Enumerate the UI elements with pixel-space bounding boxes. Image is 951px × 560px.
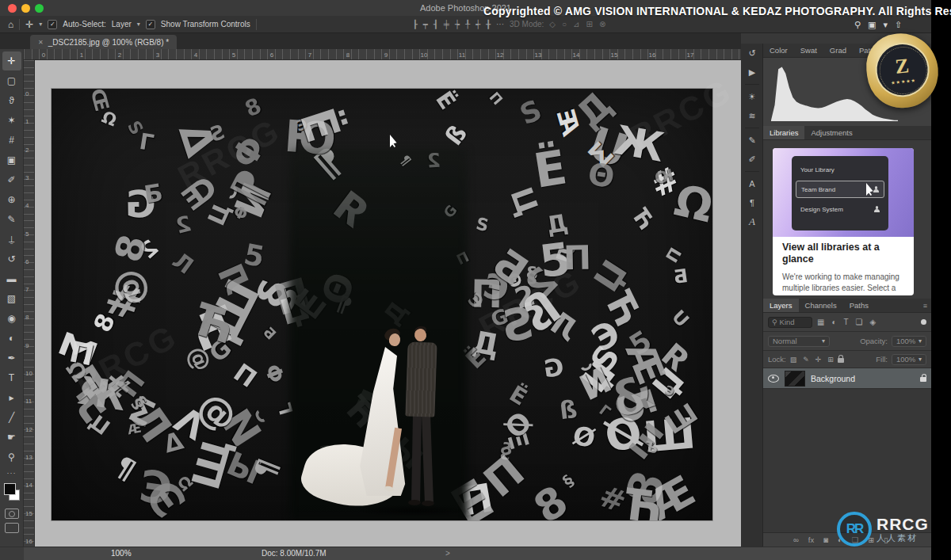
status-chevron-icon[interactable]: > [445,549,450,558]
tab-libraries[interactable]: Libraries [763,126,804,139]
type-tool[interactable]: T [2,368,21,387]
tab-paths[interactable]: Paths [843,299,875,312]
align-icon[interactable]: ┾ [455,20,460,29]
crop-tool[interactable]: # [2,131,21,150]
edit-toolbar-icon[interactable]: ··· [0,469,23,477]
filter-pixel-layers-icon[interactable]: ▦ [817,318,824,326]
line-shape-tool[interactable]: ╱ [2,408,21,427]
chevron-down-icon[interactable]: ▾ [137,21,140,28]
move-tool[interactable]: ✛ [2,51,21,70]
mode-icon[interactable]: ⊗ [599,20,605,29]
quick-mask-icon[interactable] [5,509,19,519]
tab-swat[interactable]: Swat [794,44,823,57]
mode-icon[interactable]: ⊿ [573,20,579,29]
layer-thumbnail[interactable] [785,371,805,387]
blend-mode-select[interactable]: Normal ▾ [768,336,830,347]
align-icon[interactable]: ╪ [444,20,449,29]
layer-search-field[interactable]: ⚲ Kind [768,317,812,328]
quick-selection-tool[interactable]: ✶ [2,111,21,130]
lock-transparent-pixels-icon[interactable]: ▨ [790,356,797,364]
gradient-tool[interactable]: ▧ [2,289,21,308]
foreground-color-swatch[interactable] [4,483,16,495]
actions-panel-icon[interactable]: ▶ [741,63,763,82]
align-icon[interactable]: ┠ [413,20,418,29]
frame-tool[interactable]: ▣ [2,150,21,170]
photo-document[interactable]: S#ЄШØБЛ#¶GØΠШ2G8Æ§П5ЅГЫБΠЙΠД§U§¶ΠЙ¶БЦ2ΩЁ… [52,89,712,520]
filter-adjustment-layers-icon[interactable]: ◐ [831,318,836,326]
show-transform-checkbox[interactable]: ✓ [146,20,155,29]
library-item-design-system[interactable]: Design System [796,200,884,218]
tab-layers[interactable]: Layers [763,299,799,312]
zoom-level[interactable]: 100% [111,549,132,558]
share-icon[interactable]: ⇧ [895,20,902,29]
chevron-down-icon[interactable]: ▾ [39,21,42,28]
auto-select-checkbox[interactable]: ✓ [48,20,57,29]
filter-toggle[interactable] [921,319,926,325]
pen-tool[interactable]: ✒ [2,349,21,368]
brushes-panel-icon[interactable]: ✎ [741,131,763,150]
align-icon[interactable]: ┽ [476,20,480,29]
brush-settings-panel-icon[interactable]: ✐ [741,150,763,169]
canvas-area[interactable]: S#ЄШØБЛ#¶GØΠШ2G8Æ§П5ЅГЫБΠЙΠД§U§¶ΠЙ¶БЦ2ΩЁ… [35,60,741,547]
character-panel-icon[interactable]: A [741,174,763,193]
zoom-tool[interactable]: ⚲ [2,448,21,467]
adjustments-panel-icon[interactable]: ☀ [741,87,763,106]
link-layers-icon[interactable]: ∞ [793,535,799,544]
workspace-switcher-icon[interactable]: ▣ [868,20,876,29]
vertical-ruler[interactable]: 012345678910111213141516 [24,60,35,547]
dodge-tool[interactable]: ◐ [2,329,21,348]
lasso-tool[interactable]: ϑ [2,91,21,110]
search-icon[interactable]: ⚲ [854,20,861,29]
home-icon[interactable]: ⌂ [8,20,13,29]
fill-field[interactable]: 100% ▾ [892,354,926,365]
auto-select-value[interactable]: Layer [112,20,132,29]
more-options-icon[interactable]: ··· [496,20,504,29]
horizontal-ruler[interactable]: 01234567891011121314151617 [24,49,741,60]
caret-down-icon[interactable]: ▾ [883,20,888,29]
gradients-panel-icon[interactable]: ≋ [741,106,763,125]
layer-visibility-icon[interactable] [768,375,779,383]
filter-smart-objects-icon[interactable]: ◈ [870,318,877,326]
eyedropper-tool[interactable]: ✐ [2,170,21,189]
spot-healing-tool[interactable]: ⊕ [2,190,21,209]
paragraph-panel-icon[interactable]: ¶ [741,193,763,212]
rectangular-marquee-tool[interactable]: ▢ [2,71,21,90]
mode-icon[interactable]: ⊞ [586,20,592,29]
layer-lock-icon[interactable] [920,377,926,382]
layer-mask-icon[interactable]: ◙ [823,535,828,544]
tab-grad[interactable]: Grad [823,44,853,57]
align-icon[interactable]: ╂ [486,20,491,29]
opacity-field[interactable]: 100% ▾ [892,336,926,347]
lock-position-icon[interactable]: ✛ [815,356,822,364]
lock-artboard-icon[interactable]: ⊞ [827,356,834,364]
lock-image-pixels-icon[interactable]: ✎ [803,356,809,364]
library-item-your-library[interactable]: Your Library [796,161,884,178]
history-brush-tool[interactable]: ↺ [2,250,21,269]
tab-adjustments[interactable]: Adjustments [804,126,858,139]
brush-tool[interactable]: ✎ [2,210,21,229]
history-panel-icon[interactable]: ↺ [741,44,763,63]
blur-tool[interactable]: ◉ [2,309,21,328]
layer-effects-icon[interactable]: fx [808,535,814,544]
path-selection-tool[interactable]: ▸ [2,388,21,407]
panel-menu-icon[interactable]: ≡ [923,302,927,310]
tab-color[interactable]: Color [763,44,794,57]
mode-icon[interactable]: ○ [562,20,567,29]
filter-type-layers-icon[interactable]: T [844,318,849,326]
document-tab[interactable]: ✕ _DSC2185.jpg @ 100% (RGB/8) * [30,35,177,49]
glyphs-panel-icon[interactable]: A [741,212,763,231]
align-icon[interactable]: ┯ [423,20,428,29]
close-tab-icon[interactable]: ✕ [38,39,44,46]
screen-mode-icon[interactable] [5,523,19,533]
eraser-tool[interactable]: ▬ [2,269,21,288]
align-icon[interactable]: ┨ [433,20,438,29]
layer-row-background[interactable]: Background [763,368,931,389]
align-icon[interactable]: ╀ [465,20,470,29]
tab-channels[interactable]: Channels [799,299,843,312]
filter-shape-layers-icon[interactable]: ❏ [856,318,863,326]
lock-all-icon[interactable] [838,358,844,363]
clone-stamp-tool[interactable]: ⍊ [2,230,21,249]
libraries-intro-card[interactable]: Your LibraryTeam BrandDesign System View… [773,148,914,295]
hand-tool[interactable]: ☛ [2,428,21,447]
mode-icon[interactable]: ◇ [549,20,556,29]
